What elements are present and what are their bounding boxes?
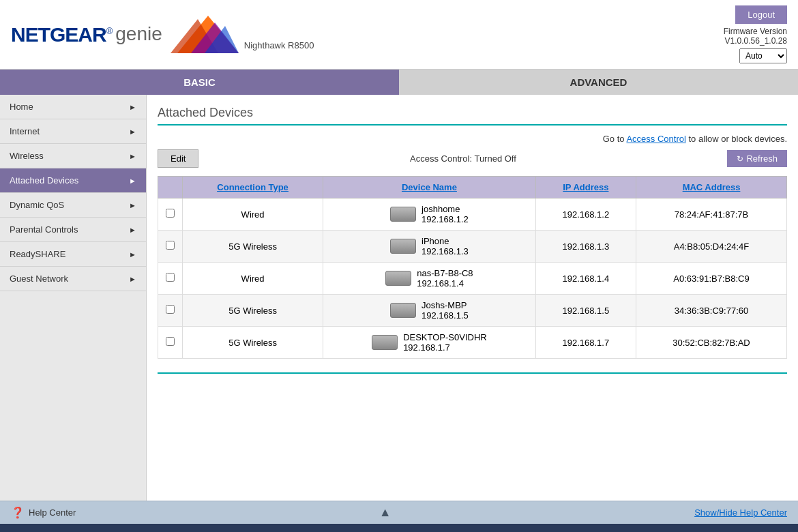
sidebar-arrow-internet: ► [129,128,136,136]
col-header-device[interactable]: Device Name [323,177,535,198]
tab-bar: BASIC ADVANCED [0,70,798,95]
device-name: joshhome192.168.1.2 [422,204,469,224]
help-triangle-icon: ▲ [379,505,391,520]
row-checkbox[interactable] [166,241,175,250]
device-name: DESKTOP-S0VIDHR192.168.1.7 [403,332,487,353]
connection-type: 5G Wireless [228,306,277,316]
ip-address: 192.168.1.4 [562,274,609,284]
table-row: 5G Wireless DESKTOP-S0VIDHR192.168.1.7 1… [158,327,787,359]
help-center-label: Help Center [29,507,76,518]
content-area: Attached Devices Go to Access Control to… [147,95,798,501]
col-header-mac[interactable]: MAC Address [636,177,787,198]
sidebar-arrow-home: ► [129,103,136,111]
sidebar-item-guest-network[interactable]: Guest Network ► [0,267,146,291]
logo-triangle [171,16,239,53]
sidebar-label-readyshare: ReadySHARE [10,249,65,259]
footer: Help & Support Documentation | Online Su… [0,524,798,532]
sidebar-label-home: Home [10,102,33,112]
firmware-version: V1.0.0.56_1.0.28 [725,36,787,46]
edit-button[interactable]: Edit [158,149,198,168]
language-select[interactable]: Auto English [739,48,787,63]
sidebar-item-dynamic-qos[interactable]: Dynamic QoS ► [0,193,146,218]
device-icon [390,303,416,318]
mac-address: 34:36:3B:C9:77:60 [675,306,748,316]
sidebar-arrow-attached-devices: ► [129,177,136,185]
show-hide-help[interactable]: Show/Hide Help Center [694,507,787,518]
ip-address: 192.168.1.3 [562,241,609,252]
device-name: iPhone192.168.1.3 [422,236,469,256]
sidebar-arrow-guest-network: ► [129,275,136,283]
device-icon [390,239,416,254]
sidebar-item-attached-devices[interactable]: Attached Devices ► [0,168,146,193]
logo: NETGEAR ® genie [11,23,162,46]
logo-area: NETGEAR ® genie Nighthawk R8500 [11,16,314,53]
device-name: Joshs-MBP192.168.1.5 [422,300,469,321]
action-bar: Edit Access Control: Turned Off ↻ Refres… [158,149,787,168]
sidebar-arrow-wireless: ► [129,152,136,160]
mac-address: A0:63:91:B7:B8:C9 [673,274,749,284]
reg-icon: ® [106,26,113,36]
col-header-check [158,177,183,198]
sidebar-label-guest-network: Guest Network [10,274,68,284]
sidebar-label-internet: Internet [10,126,40,136]
sidebar-item-readyshare[interactable]: ReadySHARE ► [0,242,146,267]
access-status: Access Control: Turned Off [410,153,516,164]
connection-type: Wired [241,209,265,220]
help-circle-icon: ❓ [11,506,25,519]
row-checkbox[interactable] [166,209,175,218]
mac-address: 78:24:AF:41:87:7B [675,209,748,220]
firmware-label: Firmware Version [724,27,787,36]
row-checkbox[interactable] [166,337,175,346]
sidebar-item-parental-controls[interactable]: Parental Controls ► [0,218,146,242]
firmware-info: Firmware Version V1.0.0.56_1.0.28 [724,27,787,46]
mac-address: A4:B8:05:D4:24:4F [674,241,750,252]
table-row: Wired joshhome192.168.1.2 192.168.1.2 78… [158,198,787,231]
sidebar-item-internet[interactable]: Internet ► [0,119,146,144]
table-row: Wired nas-B7-B8-C8192.168.1.4 192.168.1.… [158,263,787,295]
product-name: genie [115,23,162,45]
devices-table: Connection Type Device Name IP Address M… [158,176,787,359]
bottom-divider [158,372,787,374]
ip-address: 192.168.1.5 [562,306,609,316]
access-control-bar: Go to Access Control to allow or block d… [158,134,787,144]
help-center[interactable]: ❓ Help Center [11,506,76,519]
sidebar: Home ► Internet ► Wireless ► Attached De… [0,95,147,501]
header: NETGEAR ® genie Nighthawk R8500 Logout F… [0,0,798,70]
device-icon [372,335,398,350]
row-checkbox[interactable] [166,273,175,282]
sidebar-arrow-readyshare: ► [129,250,136,258]
header-right: Logout Firmware Version V1.0.0.56_1.0.28… [724,5,787,63]
sidebar-label-wireless: Wireless [10,151,44,161]
tab-advanced[interactable]: ADVANCED [399,70,798,95]
table-row: 5G Wireless iPhone192.168.1.3 192.168.1.… [158,231,787,263]
access-control-prefix: Go to [603,134,627,144]
connection-type: Wired [241,274,265,284]
device-icon [385,271,411,286]
col-header-connection[interactable]: Connection Type [183,177,323,198]
page-title-section: Attached Devices [158,106,787,125]
brand-name: NETGEAR [11,23,106,46]
access-control-link[interactable]: Access Control [626,134,685,144]
ip-address: 192.168.1.2 [562,209,609,220]
refresh-button[interactable]: ↻ Refresh [727,150,787,167]
sidebar-item-home[interactable]: Home ► [0,95,146,119]
logout-button[interactable]: Logout [735,5,787,24]
sidebar-label-attached-devices: Attached Devices [10,175,78,186]
main-layout: Home ► Internet ► Wireless ► Attached De… [0,95,798,501]
sidebar-item-wireless[interactable]: Wireless ► [0,144,146,168]
help-bar: ❓ Help Center ▲ Show/Hide Help Center [0,501,798,524]
tab-basic[interactable]: BASIC [0,70,399,95]
connection-type: 5G Wireless [228,338,277,348]
model-name: Nighthawk R8500 [244,40,314,53]
access-control-suffix: to allow or block devices. [686,134,787,144]
refresh-label: Refresh [746,153,778,164]
sidebar-label-parental-controls: Parental Controls [10,224,78,235]
sidebar-arrow-parental-controls: ► [129,226,136,234]
page-title: Attached Devices [158,106,787,120]
row-checkbox[interactable] [166,305,175,314]
ip-address: 192.168.1.7 [562,338,609,348]
connection-type: 5G Wireless [228,241,277,252]
col-header-ip[interactable]: IP Address [535,177,636,198]
table-row: 5G Wireless Joshs-MBP192.168.1.5 192.168… [158,295,787,327]
refresh-icon: ↻ [737,154,743,164]
